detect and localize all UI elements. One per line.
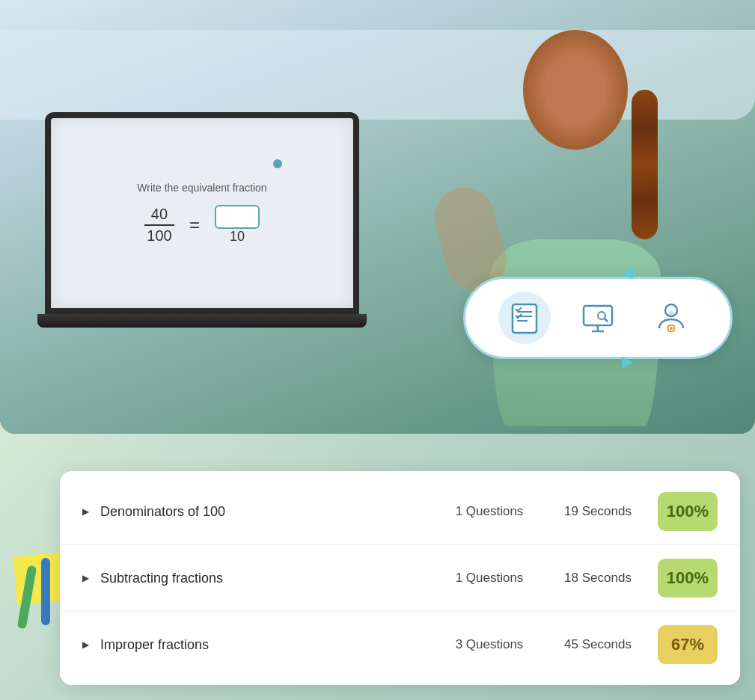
student-figure — [433, 7, 718, 426]
equals-sign: = — [189, 215, 200, 236]
laptop-screen: Write the equivalent fraction 40 100 = 1… — [45, 112, 359, 314]
row-2-title: Subtracting fractions — [100, 571, 433, 586]
marker-blue — [41, 558, 50, 625]
numerator: 40 — [151, 206, 168, 223]
student-award-icon — [653, 300, 689, 336]
row-1-score: 100% — [658, 492, 718, 531]
table-row: ▶ Improper fractions 3 Questions 45 Seco… — [60, 612, 740, 678]
answer-denominator: 10 — [230, 229, 245, 245]
row-1-questions: 1 Questions — [441, 504, 538, 519]
checklist-icon-container[interactable] — [498, 292, 551, 344]
student-icon-container[interactable] — [645, 292, 697, 344]
screen-content: Write the equivalent fraction 40 100 = 1… — [66, 182, 338, 245]
braid — [632, 90, 658, 239]
screen-icon — [580, 300, 616, 336]
svg-point-11 — [670, 327, 673, 330]
data-table: ▶ Denominators of 100 1 Questions 19 Sec… — [60, 471, 740, 685]
fraction-line — [144, 224, 174, 226]
row-2-time: 18 Seconds — [545, 571, 650, 586]
table-row: ▶ Denominators of 100 1 Questions 19 Sec… — [60, 479, 740, 545]
right-fraction: 10 — [215, 205, 260, 245]
arrow-bottom-icon: ▶ — [622, 352, 633, 370]
row-3-time: 45 Seconds — [545, 637, 650, 652]
laptop-base — [37, 314, 367, 328]
answer-pin — [273, 159, 282, 168]
laptop: Write the equivalent fraction 40 100 = 1… — [45, 112, 404, 366]
screen-icon-container[interactable] — [572, 292, 624, 344]
table-row: ▶ Subtracting fractions 1 Questions 18 S… — [60, 545, 740, 612]
row-1-title: Denominators of 100 — [100, 504, 433, 520]
icon-pill: ▶ ▶ — [463, 277, 733, 359]
row-2-questions: 1 Questions — [441, 571, 538, 586]
expand-arrow-3[interactable]: ▶ — [82, 639, 89, 650]
arrow-top-icon: ▶ — [622, 265, 633, 283]
question-text: Write the equivalent fraction — [66, 182, 338, 194]
row-3-title: Improper fractions — [100, 637, 433, 653]
student-head — [523, 30, 628, 150]
row-3-questions: 3 Questions — [441, 637, 538, 652]
checklist-icon — [507, 300, 542, 336]
left-fraction: 40 100 — [144, 206, 174, 245]
expand-arrow-2[interactable]: ▶ — [82, 573, 89, 583]
row-1-time: 19 Seconds — [545, 504, 650, 519]
fraction-equation: 40 100 = 10 — [66, 205, 338, 245]
row-3-score: 67% — [658, 625, 718, 664]
row-2-score: 100% — [658, 559, 718, 598]
denominator: 100 — [147, 227, 171, 245]
expand-arrow-1[interactable]: ▶ — [82, 506, 89, 517]
answer-box — [215, 205, 260, 229]
